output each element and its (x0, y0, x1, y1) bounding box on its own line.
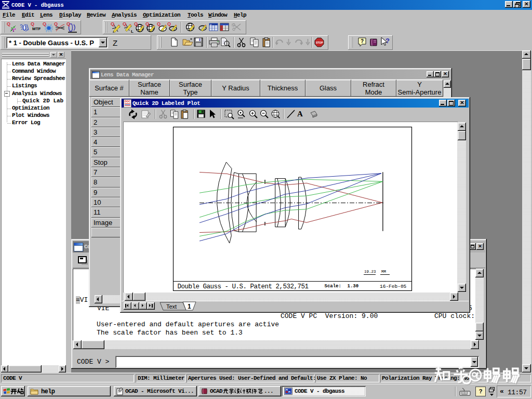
svg-text:?: ? (361, 38, 364, 44)
svg-text:E: E (210, 23, 212, 26)
svg-text:STOP: STOP (316, 41, 323, 44)
svg-text:16-Feb-05: 16-Feb-05 (380, 284, 407, 289)
svg-text:Text: Text (166, 303, 177, 310)
svg-text:19.23: 19.23 (364, 270, 376, 274)
svg-text:?: ? (385, 37, 390, 45)
svg-text:MM: MM (381, 270, 387, 274)
svg-text:Q: Q (231, 22, 235, 28)
svg-text:1.30: 1.30 (348, 284, 359, 289)
svg-text:1: 1 (188, 303, 191, 310)
svg-text:Scale:: Scale: (325, 284, 341, 289)
svg-text:Double Gauss - U.S. Patent 2,5: Double Gauss - U.S. Patent 2,532,751 (178, 283, 309, 290)
